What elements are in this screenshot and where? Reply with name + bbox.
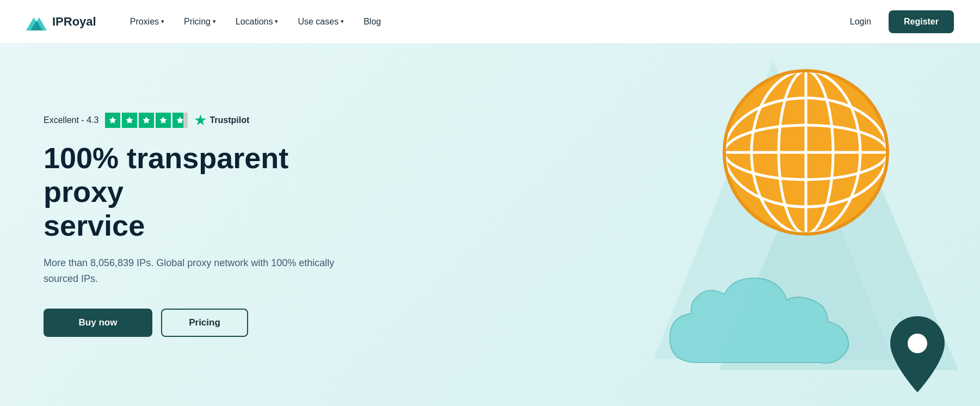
- hero-section: Excellent - 4.3 T: [0, 44, 980, 406]
- nav-item-pricing[interactable]: Pricing ▾: [176, 13, 224, 31]
- trustpilot-row: Excellent - 4.3 T: [44, 113, 359, 128]
- hero-subtitle: More than 8,056,839 IPs. Global proxy ne…: [44, 255, 359, 287]
- trustpilot-logo: Trustpilot: [194, 114, 249, 126]
- svg-marker-3: [719, 87, 958, 370]
- nav-item-locations[interactable]: Locations ▾: [228, 13, 286, 31]
- locations-chevron-icon: ▾: [275, 18, 278, 25]
- use-cases-chevron-icon: ▾: [341, 18, 344, 25]
- register-button[interactable]: Register: [889, 10, 954, 33]
- svg-point-9: [779, 71, 833, 234]
- buy-now-button[interactable]: Buy now: [44, 309, 152, 337]
- navbar: IPRoyal Proxies ▾ Pricing ▾ Locations ▾ …: [0, 0, 980, 44]
- login-button[interactable]: Login: [841, 13, 880, 31]
- star-2: [122, 113, 137, 128]
- nav-auth: Login Register: [841, 10, 954, 33]
- svg-point-5: [724, 71, 887, 234]
- hero-title: 100% transparent proxy service: [44, 141, 359, 242]
- svg-point-7: [724, 98, 887, 207]
- proxies-chevron-icon: ▾: [161, 18, 164, 25]
- star-4: [156, 113, 171, 128]
- star-rating: [105, 113, 188, 128]
- logo[interactable]: IPRoyal: [26, 13, 96, 30]
- hero-buttons: Buy now Pricing: [44, 309, 359, 337]
- nav-item-use-cases[interactable]: Use cases ▾: [290, 13, 352, 31]
- hero-content: Excellent - 4.3 T: [0, 113, 359, 337]
- star-5-half: [172, 113, 188, 128]
- svg-marker-2: [654, 60, 893, 359]
- svg-point-12: [724, 71, 887, 234]
- svg-point-4: [724, 71, 887, 234]
- svg-point-13: [908, 334, 927, 353]
- cloud-shape: [654, 264, 882, 384]
- pricing-chevron-icon: ▾: [213, 18, 216, 25]
- svg-point-10: [751, 71, 860, 234]
- trustpilot-icon: [194, 114, 206, 126]
- nav-item-proxies[interactable]: Proxies ▾: [122, 13, 172, 31]
- location-pin-icon: [887, 313, 947, 395]
- pricing-button[interactable]: Pricing: [161, 309, 248, 337]
- nav-links: Proxies ▾ Pricing ▾ Locations ▾ Use case…: [122, 13, 841, 31]
- logo-icon: [26, 13, 47, 30]
- mountain-background: [512, 44, 980, 406]
- star-1: [105, 113, 120, 128]
- rating-label: Excellent - 4.3: [44, 115, 98, 125]
- nav-item-blog[interactable]: Blog: [356, 13, 389, 31]
- globe-icon: [713, 60, 898, 245]
- star-3: [139, 113, 154, 128]
- hero-illustration: [490, 44, 980, 406]
- svg-point-6: [724, 125, 887, 180]
- logo-text: IPRoyal: [52, 15, 96, 29]
